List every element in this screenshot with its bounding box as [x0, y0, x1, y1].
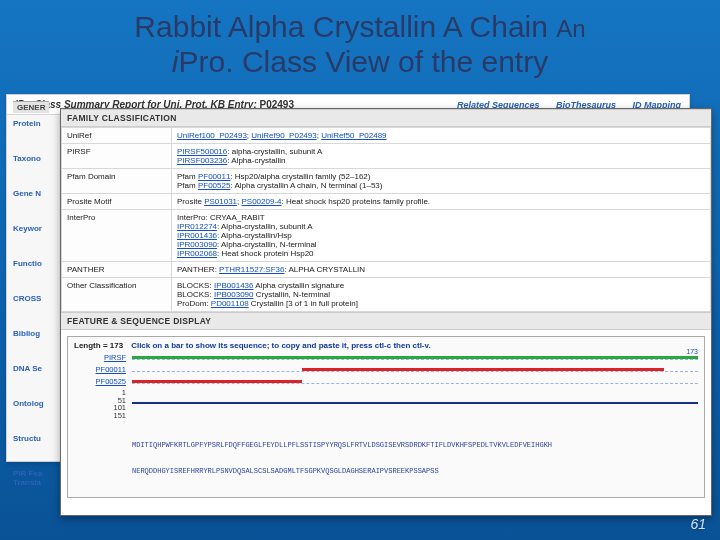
table-row: Prosite Motif Prosite PS01031; PS00209-4… — [62, 194, 711, 210]
content-pane: FAMILY CLASSIFICATION UniRef UniRef100_P… — [60, 108, 712, 516]
sidebar-item[interactable]: Gene N — [13, 189, 44, 198]
slide: Rabbit Alpha Crystallin A Chain An iPro.… — [0, 0, 720, 540]
page-number: 61 — [690, 516, 706, 532]
other-link[interactable]: PD001108 — [211, 299, 249, 308]
title-an: An — [556, 15, 585, 42]
other-link[interactable]: IPB003090 — [214, 290, 254, 299]
sidebar-item[interactable]: Bibliog — [13, 329, 44, 338]
row-val: PANTHER: PTHR11527:SF36: ALPHA CRYSTALLI… — [172, 262, 711, 278]
track-bar — [132, 402, 698, 406]
table-row: InterPro InterPro: CRYAA_RABIT IPR012274… — [62, 210, 711, 262]
pirsf-link[interactable]: PIRSF500016 — [177, 147, 227, 156]
sidebar-item[interactable]: Keywor — [13, 224, 44, 233]
track-label[interactable]: PF00011 — [74, 365, 126, 374]
row-key: Pfam Domain — [62, 169, 172, 194]
sequence-line: MDITIQHPWFKRTLGPFYPSRLFDQFFGEGLFEYDLLPFL… — [132, 441, 698, 450]
row-val: BLOCKS: IPB001436 Alpha crystallin signa… — [172, 278, 711, 312]
table-row: PANTHER PANTHER: PTHR11527:SF36: ALPHA C… — [62, 262, 711, 278]
sidebar-labels: Protein Taxono Gene N Keywor Functio CRO… — [13, 119, 44, 487]
row-key: InterPro — [62, 210, 172, 262]
track-label[interactable]: PF00525 — [74, 377, 126, 386]
sidebar-item[interactable]: Ontolog — [13, 399, 44, 408]
row-key: PANTHER — [62, 262, 172, 278]
sidebar-item[interactable]: Functio — [13, 259, 44, 268]
interpro-link[interactable]: IPR003090 — [177, 240, 217, 249]
row-key: Other Classification — [62, 278, 172, 312]
row-val: PIRSF500016: alpha-crystallin, subunit A… — [172, 144, 711, 169]
table-row: Pfam Domain Pfam PF00011: Hsp20/alpha cr… — [62, 169, 711, 194]
sidebar-item[interactable]: CROSS — [13, 294, 44, 303]
title-main: Rabbit Alpha Crystallin A Chain — [134, 10, 548, 43]
feature-hint: Click on a bar to show its sequence; to … — [131, 341, 430, 350]
track-pf00011: PF00011 — [74, 365, 698, 374]
table-row: UniRef UniRef100_P02493; UniRef90_P02493… — [62, 128, 711, 144]
seq-length: Length = 173 — [74, 341, 123, 350]
track-pirsf: PIRSF 173 — [74, 353, 698, 362]
pfam-link[interactable]: PF00525 — [198, 181, 230, 190]
feature-box: Length = 173 Click on a bar to show its … — [67, 336, 705, 498]
row-val: UniRef100_P02493; UniRef90_P02493; UniRe… — [172, 128, 711, 144]
uniref-link[interactable]: UniRef50_P02489 — [321, 131, 386, 140]
table-row: Other Classification BLOCKS: IPB001436 A… — [62, 278, 711, 312]
track-bar[interactable]: 173 — [132, 356, 698, 360]
track-pf00525: PF00525 — [74, 377, 698, 386]
row-val: Prosite PS01031; PS00209-4: Heat shock h… — [172, 194, 711, 210]
sidebar-item[interactable]: Structu — [13, 434, 44, 443]
panel-area: iProClass Summary Report for Uni. Prot. … — [0, 94, 720, 522]
section-feature: FEATURE & SEQUENCE DISPLAY — [61, 312, 711, 330]
row-key: UniRef — [62, 128, 172, 144]
row-val: Pfam PF00011: Hsp20/alpha crystallin fam… — [172, 169, 711, 194]
prosite-link[interactable]: PS00209-4 — [242, 197, 282, 206]
prosite-link[interactable]: PS01031 — [204, 197, 237, 206]
section-family: FAMILY CLASSIFICATION — [61, 109, 711, 127]
row-key: PIRSF — [62, 144, 172, 169]
row-key: Prosite Motif — [62, 194, 172, 210]
row-val: InterPro: CRYAA_RABIT IPR012274: Alpha-c… — [172, 210, 711, 262]
track-bar[interactable] — [132, 368, 698, 372]
track-ruler: 1 51 101 151 — [74, 389, 698, 419]
interpro-link[interactable]: IPR002068 — [177, 249, 217, 258]
panther-link[interactable]: PTHR11527:SF36 — [219, 265, 284, 274]
track-bar[interactable] — [132, 380, 698, 384]
ruler-nums: 1 51 101 151 — [74, 389, 126, 419]
track-label[interactable]: PIRSF — [74, 353, 126, 362]
slide-title: Rabbit Alpha Crystallin A Chain An iPro.… — [0, 0, 720, 85]
pfam-link[interactable]: PF00011 — [198, 172, 230, 181]
title-rest: Pro. Class View of the entry — [179, 45, 549, 78]
sidebar-item[interactable]: DNA Se — [13, 364, 44, 373]
other-link[interactable]: IPB001436 — [214, 281, 254, 290]
sequence-line: NERQDDHGYISREFHRRYRLPSNVDQSALSCSLSADGMLT… — [132, 467, 698, 476]
interpro-link[interactable]: IPR012274 — [177, 222, 217, 231]
sequence-text: MDITIQHPWFKRTLGPFYPSRLFDQFFGEGLFEYDLLPFL… — [74, 423, 698, 493]
sidebar-gener: GENER — [13, 101, 49, 113]
family-table: UniRef UniRef100_P02493; UniRef90_P02493… — [61, 127, 711, 312]
uniref-link[interactable]: UniRef90_P02493 — [251, 131, 316, 140]
title-i: i — [172, 45, 179, 78]
feature-top: Length = 173 Click on a bar to show its … — [74, 341, 698, 350]
interpro-link[interactable]: IPR001436 — [177, 231, 217, 240]
pirsf-link[interactable]: PIRSF003236 — [177, 156, 227, 165]
sidebar-item[interactable]: Taxono — [13, 154, 44, 163]
track-end: 173 — [686, 348, 698, 355]
uniref-link[interactable]: UniRef100_P02493 — [177, 131, 247, 140]
table-row: PIRSF PIRSF500016: alpha-crystallin, sub… — [62, 144, 711, 169]
sidebar-item[interactable]: Protein — [13, 119, 44, 128]
sidebar-item[interactable]: PIR Fea Transla — [13, 469, 44, 487]
